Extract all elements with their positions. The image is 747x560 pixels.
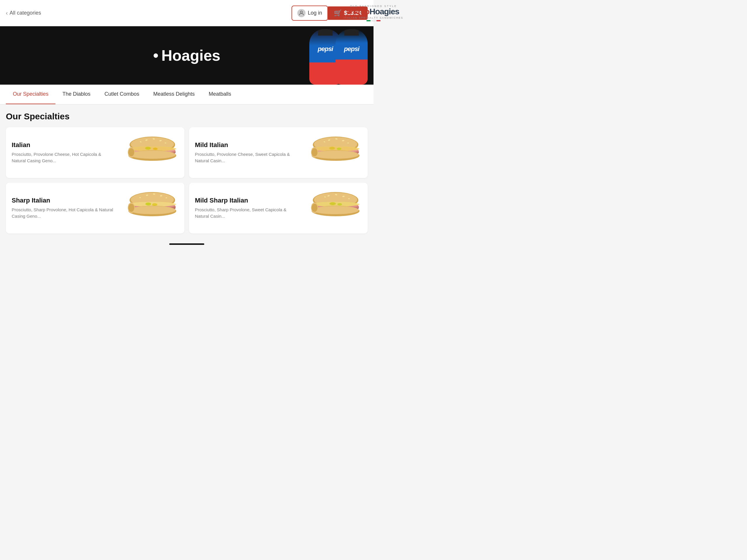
svg-point-29 xyxy=(329,147,335,150)
svg-point-0 xyxy=(300,11,302,13)
svg-point-63 xyxy=(330,202,336,205)
svg-point-51 xyxy=(128,204,134,212)
tab-our-specialties[interactable]: Our Specialties xyxy=(6,85,55,104)
svg-point-46 xyxy=(145,203,151,205)
menu-item-desc: Prosciutto, Provolone Cheese, Hot Capico… xyxy=(12,151,115,164)
svg-point-66 xyxy=(312,206,359,214)
menu-item-info: Mild Sharp Italian Prosciutto, Sharp Pro… xyxy=(195,197,304,220)
logo-title: PrimoHoagies xyxy=(344,7,374,16)
menu-item-image xyxy=(304,134,362,172)
logo-bottom-text: ITALIAN SPECIALTY SANDWICHES xyxy=(344,16,374,19)
bottom-indicator xyxy=(0,240,374,248)
bottle-label-2: pepsi xyxy=(338,45,365,53)
menu-item-mild-italian[interactable]: Mild Italian Prosciutto, Provolone Chees… xyxy=(189,127,368,178)
menu-item-name: Sharp Italian xyxy=(12,197,115,204)
svg-point-64 xyxy=(337,203,342,205)
menu-item-info: Sharp Italian Prosciutto, Sharp Provolon… xyxy=(12,197,120,220)
hero-title: • Hoagies xyxy=(153,47,221,64)
logo-primo: Primo xyxy=(348,7,369,16)
section-title: Our Specialties xyxy=(6,111,368,121)
tab-the-diablos[interactable]: The Diablos xyxy=(55,85,98,104)
hero-title-text: Hoagies xyxy=(161,47,220,64)
user-icon xyxy=(297,9,306,17)
back-nav[interactable]: ‹ All categories xyxy=(6,10,41,16)
menu-item-desc: Prosciutto, Sharp Provolone, Sweet Capic… xyxy=(195,207,299,220)
svg-point-68 xyxy=(312,204,317,212)
menu-item-mild-sharp-italian[interactable]: Mild Sharp Italian Prosciutto, Sharp Pro… xyxy=(189,183,368,233)
hero-dot: • xyxy=(153,47,158,64)
hero-banner: • Hoagies pepsi pepsi xyxy=(0,26,374,85)
svg-point-13 xyxy=(153,148,158,150)
svg-point-49 xyxy=(129,206,176,214)
svg-point-34 xyxy=(312,148,317,156)
menu-item-image xyxy=(120,189,179,227)
logo-flag xyxy=(344,20,374,21)
category-tabs: Our Specialties The Diablos Cutlet Combo… xyxy=(0,85,374,104)
menu-item-info: Mild Italian Prosciutto, Provolone Chees… xyxy=(195,141,304,164)
menu-grid: Italian Prosciutto, Provolone Cheese, Ho… xyxy=(6,127,368,233)
svg-point-32 xyxy=(312,151,359,159)
menu-item-name: Italian xyxy=(12,141,115,149)
menu-item-image xyxy=(304,189,362,227)
bottle-cap-2 xyxy=(344,29,359,35)
logo: OLD FASHIONED STYLE PrimoHoagies ITALIAN… xyxy=(344,5,374,21)
menu-item-image xyxy=(120,134,179,172)
bottle-cap xyxy=(318,29,333,35)
header: ‹ All categories OLD FASHIONED STYLE Pri… xyxy=(0,0,374,26)
tab-meatless-delights[interactable]: Meatless Delights xyxy=(146,85,202,104)
svg-point-17 xyxy=(128,148,134,156)
cart-icon: 🛒 xyxy=(334,9,342,17)
tab-cutlet-combos[interactable]: Cutlet Combos xyxy=(98,85,146,104)
logo-hoagies: Hoagies xyxy=(369,7,374,16)
menu-item-name: Mild Sharp Italian xyxy=(195,197,299,204)
login-label: Log in xyxy=(308,10,322,16)
pepsi-bottle-2: pepsi xyxy=(336,29,368,85)
login-button[interactable]: Log in xyxy=(291,5,328,21)
menu-item-desc: Prosciutto, Sharp Provolone, Hot Capicol… xyxy=(12,207,115,220)
svg-point-30 xyxy=(337,148,341,150)
back-chevron-icon: ‹ xyxy=(6,10,8,16)
svg-point-15 xyxy=(129,151,176,159)
tab-meatballs[interactable]: Meatballs xyxy=(202,85,238,104)
menu-item-info: Italian Prosciutto, Provolone Cheese, Ho… xyxy=(12,141,120,164)
menu-item-desc: Prosciutto, Provolone Cheese, Sweet Capi… xyxy=(195,151,299,164)
back-label: All categories xyxy=(10,10,41,16)
menu-item-name: Mild Italian xyxy=(195,141,299,149)
main-content: Our Specialties Italian Prosciutto, Prov… xyxy=(0,104,374,240)
home-indicator xyxy=(169,244,204,245)
menu-item-sharp-italian[interactable]: Sharp Italian Prosciutto, Sharp Provolon… xyxy=(6,183,184,233)
svg-point-47 xyxy=(152,203,157,206)
svg-point-12 xyxy=(145,147,151,150)
bottle-label: pepsi xyxy=(312,45,338,53)
hero-decoration: pepsi pepsi xyxy=(263,26,374,85)
menu-item-italian[interactable]: Italian Prosciutto, Provolone Cheese, Ho… xyxy=(6,127,184,178)
